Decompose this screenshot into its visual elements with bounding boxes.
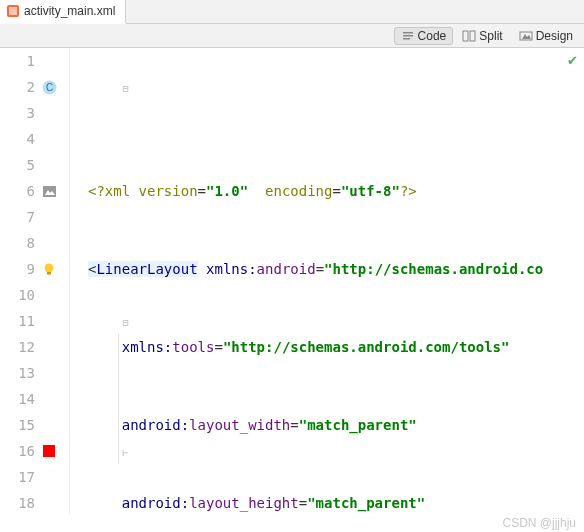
split-icon bbox=[462, 29, 476, 43]
svg-point-13 bbox=[45, 264, 54, 273]
class-icon: C bbox=[41, 79, 57, 95]
line-number: 11 bbox=[0, 308, 61, 334]
file-tab[interactable]: activity_main.xml bbox=[0, 0, 126, 24]
line-number: 16 bbox=[0, 438, 61, 464]
svg-rect-2 bbox=[403, 32, 413, 34]
split-label: Split bbox=[479, 29, 502, 43]
watermark-text: CSDN @jjjhju bbox=[502, 516, 576, 530]
line-gutter: 1 2 C 3 4 5 6 7 8 9 10 11 12 13 14 15 16 bbox=[0, 48, 70, 514]
code-view-button[interactable]: Code bbox=[394, 27, 454, 45]
svg-rect-6 bbox=[470, 31, 475, 41]
code-line: xmlns:tools="http://schemas.android.com/… bbox=[88, 334, 584, 360]
color-swatch-icon bbox=[41, 443, 57, 459]
svg-marker-8 bbox=[522, 34, 531, 39]
line-number: 1 bbox=[0, 48, 61, 74]
split-view-button[interactable]: Split bbox=[455, 27, 509, 45]
svg-rect-3 bbox=[403, 35, 413, 37]
xml-file-icon bbox=[6, 4, 20, 18]
line-number: 9 bbox=[0, 256, 61, 282]
line-number: 14 bbox=[0, 386, 61, 412]
code-area[interactable]: ⊟ ⊢ ⊟ ⊢ ⊢ <?xml version="1.0" encoding="… bbox=[70, 48, 584, 514]
svg-rect-4 bbox=[403, 38, 410, 40]
fold-column: ⊟ ⊢ ⊟ ⊢ ⊢ bbox=[72, 48, 84, 514]
line-number: 5 bbox=[0, 152, 61, 178]
code-icon bbox=[401, 29, 415, 43]
line-number: 7 bbox=[0, 204, 61, 230]
code-line: <LinearLayout xmlns:android="http://sche… bbox=[88, 256, 584, 282]
design-view-button[interactable]: Design bbox=[512, 27, 580, 45]
design-label: Design bbox=[536, 29, 573, 43]
svg-text:C: C bbox=[45, 82, 52, 93]
svg-rect-15 bbox=[43, 445, 55, 457]
tab-filename: activity_main.xml bbox=[24, 4, 115, 18]
view-toolbar: Code Split Design bbox=[0, 24, 584, 48]
code-line: android:layout_width="match_parent" bbox=[88, 412, 584, 438]
editor[interactable]: 1 2 C 3 4 5 6 7 8 9 10 11 12 13 14 15 16 bbox=[0, 48, 584, 514]
image-icon bbox=[41, 183, 57, 199]
line-number: 10 bbox=[0, 282, 61, 308]
bulb-icon[interactable] bbox=[41, 261, 57, 277]
line-number: 18 bbox=[0, 490, 61, 516]
svg-rect-5 bbox=[463, 31, 468, 41]
svg-rect-1 bbox=[9, 7, 17, 15]
svg-rect-14 bbox=[47, 272, 51, 275]
line-number: 15 bbox=[0, 412, 61, 438]
line-number: 3 bbox=[0, 100, 61, 126]
line-number: 12 bbox=[0, 334, 61, 360]
design-icon bbox=[519, 29, 533, 43]
line-number: 2 C bbox=[0, 74, 61, 100]
line-number: 6 bbox=[0, 178, 61, 204]
code-label: Code bbox=[418, 29, 447, 43]
line-number: 13 bbox=[0, 360, 61, 386]
line-number: 8 bbox=[0, 230, 61, 256]
tab-bar: activity_main.xml bbox=[0, 0, 584, 24]
code-line: android:layout_height="match_parent" bbox=[88, 490, 584, 514]
line-number: 4 bbox=[0, 126, 61, 152]
svg-rect-11 bbox=[43, 186, 56, 197]
line-number: 17 bbox=[0, 464, 61, 490]
code-line: <?xml version="1.0" encoding="utf-8"?> bbox=[88, 178, 584, 204]
